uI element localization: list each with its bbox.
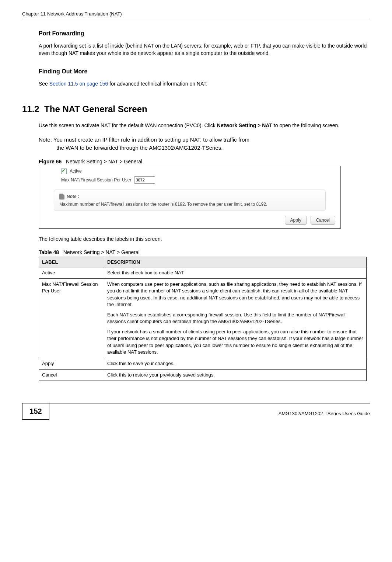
section-heading-11-2: 11.2 The NAT General Screen: [22, 104, 370, 114]
note-line1: You must create an IP filter rule in add…: [53, 136, 249, 143]
table-caption: Table 48 Network Setting > NAT > General: [39, 249, 370, 255]
th-label: LABEL: [39, 257, 104, 267]
note-box: Note : Maximum number of NAT/firewall se…: [54, 190, 326, 211]
cell-label: Apply: [39, 358, 104, 370]
description-table: LABEL DESCRIPTION Active Select this che…: [39, 257, 367, 381]
note-icon: [59, 194, 64, 200]
intro-a: Use this screen to activate NAT for the …: [39, 122, 217, 128]
active-checkbox[interactable]: [61, 169, 67, 174]
note-block: Note: You must create an IP filter rule …: [39, 136, 370, 152]
cell-desc: Click this to save your changes.: [104, 358, 367, 370]
note-line2: the WAN to be forwarded through the AMG1…: [39, 144, 370, 152]
figure-caption-text: Network Setting > NAT > General: [66, 159, 142, 164]
desc-para: When computers use peer to peer applicat…: [107, 281, 363, 308]
screenshot-nat-general: Active Max NAT/Firewall Session Per User…: [39, 166, 341, 229]
heading-port-forwarding: Port Forwarding: [39, 30, 370, 37]
th-description: DESCRIPTION: [104, 257, 367, 267]
section-title-text: The NAT General Screen: [44, 104, 147, 114]
section-intro: Use this screen to activate NAT for the …: [39, 122, 370, 129]
active-label: Active: [70, 169, 82, 174]
cell-label: Max NAT/Firewall Session Per User: [39, 279, 104, 358]
header-rule: [22, 19, 370, 19]
para-finding-out-more: See Section 11.5 on page 156 for advance…: [39, 80, 370, 87]
table-row: Active Select this check box to enable N…: [39, 267, 367, 278]
figure-caption: Figure 66 Network Setting > NAT > Genera…: [39, 159, 370, 164]
para-port-forwarding: A port forwarding set is a list of insid…: [39, 42, 370, 57]
text-post: for advanced technical information on NA…: [108, 81, 207, 87]
session-input[interactable]: [134, 176, 155, 184]
section-number: 11.2: [22, 104, 39, 114]
cancel-button[interactable]: Cancel: [311, 216, 335, 225]
cell-label: Active: [39, 267, 104, 278]
cell-desc: When computers use peer to peer applicat…: [104, 279, 367, 358]
intro-bold: Network Setting > NAT: [217, 122, 272, 128]
table-caption-text: Network Setting > NAT > General: [63, 249, 140, 255]
note-body-text: Maximum number of NAT/firewall sessions …: [59, 202, 320, 207]
page-number: 152: [22, 403, 49, 420]
table-intro: The following table describes the labels…: [39, 235, 370, 243]
note-head-text: Note :: [67, 194, 79, 199]
table-header-row: LABEL DESCRIPTION: [39, 257, 367, 267]
table-row: Max NAT/Firewall Session Per User When c…: [39, 279, 367, 358]
cell-desc: Click this to restore your previously sa…: [104, 370, 367, 381]
footer-guide-name: AMG1302/AMG1202-TSeries User's Guide: [49, 407, 370, 416]
cell-desc: Select this check box to enable NAT.: [104, 267, 367, 278]
cell-label: Cancel: [39, 370, 104, 381]
running-header: Chapter 11 Network Address Translation (…: [22, 11, 370, 18]
table-row: Apply Click this to save your changes.: [39, 358, 367, 370]
page-footer: 152 AMG1302/AMG1202-TSeries User's Guide: [22, 403, 370, 420]
heading-finding-out-more: Finding Out More: [39, 68, 370, 75]
table-label: Table 48: [39, 249, 59, 255]
figure-label: Figure 66: [39, 159, 62, 164]
intro-b: to open the following screen.: [272, 122, 339, 128]
note-lead: Note:: [39, 136, 53, 143]
cross-reference-link[interactable]: Section 11.5 on page 156: [49, 81, 108, 87]
desc-para: If your network has a small number of cl…: [107, 329, 363, 355]
apply-button[interactable]: Apply: [285, 216, 307, 225]
table-row: Cancel Click this to restore your previo…: [39, 370, 367, 381]
text-pre: See: [39, 81, 49, 87]
desc-para: Each NAT session establishes a correspon…: [107, 312, 363, 325]
session-label: Max NAT/Firewall Session Per User: [61, 177, 132, 183]
